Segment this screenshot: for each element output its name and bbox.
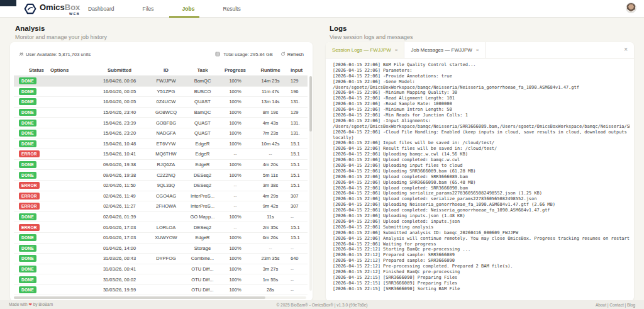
file-icon[interactable] [50,99,55,104]
column-header-id[interactable]: ID [147,67,185,73]
folder-icon[interactable] [73,99,78,104]
eye-icon[interactable] [65,152,70,157]
table-row[interactable]: DONE09/04/26, 19:38RJQ6ZAEdgeR100%4m 20s… [14,160,308,171]
table-row[interactable]: DONE15/04/26, 23:40GO8WCQBamQC100%8m 19s… [14,108,308,118]
file-report-icon[interactable] [58,172,63,177]
omicsbox-logo[interactable]: OmicsBox WEB [24,2,80,16]
file-report-icon[interactable] [58,89,63,94]
eye-icon[interactable] [65,235,70,240]
eye-icon[interactable] [65,120,70,125]
table-row[interactable]: ERROR02/04/26, 11:272FHOWAInterProS...--… [14,201,308,212]
file-icon[interactable] [50,235,55,240]
scrollbar-thumb[interactable] [309,76,312,132]
folder-icon[interactable] [73,89,78,94]
table-row[interactable]: DONE01/04/26, 14:00Storage100%---- [14,244,308,254]
table-row[interactable]: DONE15/04/26, 10:48ET6VYWEdgeR100%10m 42… [14,139,308,150]
table-row[interactable]: DONE09/04/26, 19:38C2Z2NQDESeq2100%5m 11… [14,170,308,181]
table-row[interactable]: DONE01/04/26, 17:03XUWYOWEdgeR100%6m 26s… [14,233,308,244]
nav-item-jobs[interactable]: Jobs [173,0,196,18]
table-row[interactable]: ERROR15/04/26, 10:41MQ6THWEdgeR----15.1 [14,149,308,160]
column-header-task[interactable]: Task [185,67,220,73]
table-horizontal-scrollbar[interactable] [14,296,306,299]
file-icon[interactable] [50,89,55,94]
eye-icon[interactable] [65,256,70,261]
table-row[interactable]: ERROR01/04/26, 17:03LORLOADESeq2--2m 35s… [14,222,308,233]
eye-icon[interactable] [65,172,70,177]
column-header-options[interactable]: Options [50,67,92,73]
eye-icon[interactable] [65,110,70,115]
table-row[interactable]: DONE31/03/26, 00:02OTU Diff...100%1m 55s… [14,274,308,285]
folder-icon[interactable] [73,183,78,188]
file-report-icon[interactable] [58,235,63,240]
file-report-icon[interactable] [58,183,63,188]
eye-icon[interactable] [65,131,70,136]
file-icon[interactable] [50,225,55,230]
scrollbar-thumb[interactable] [14,296,265,299]
file-icon[interactable] [50,110,55,115]
file-report-icon[interactable] [58,110,63,115]
file-icon[interactable] [50,183,55,188]
file-icon[interactable] [50,152,55,157]
eye-icon[interactable] [65,79,70,84]
table-row[interactable]: ERROR [14,295,308,296]
table-row[interactable]: DONE16/04/26, 00:05Y51ZPGBUSCO100%11m 47… [14,87,308,98]
file-icon[interactable] [50,204,55,209]
close-icon[interactable]: × [476,47,479,53]
file-report-icon[interactable] [58,204,63,209]
file-icon[interactable] [50,162,55,167]
eye-icon[interactable] [65,162,70,167]
file-icon[interactable] [50,141,55,146]
file-report-icon[interactable] [58,141,63,146]
tab-job-messages[interactable]: Job Messages — FWJJPW× [404,42,486,58]
folder-icon[interactable] [73,110,78,115]
folder-icon[interactable] [73,131,78,136]
table-row[interactable]: DONE15/04/26, 23:20NADGFAQUAST100%7m 23s… [14,128,308,139]
file-report-icon[interactable] [58,99,63,104]
table-row[interactable]: DONE31/03/26, 00:43DYPFOGCombine...100%2… [14,254,308,264]
eye-icon[interactable] [65,141,70,146]
file-icon[interactable] [50,172,55,177]
close-icon[interactable]: × [624,47,628,53]
table-row[interactable]: DONE02/04/26, 01:39GO Mapp...100%11s-- [14,212,308,223]
eye-icon[interactable] [65,183,70,188]
file-report-icon[interactable] [58,193,63,198]
refresh-button[interactable]: Refresh [280,52,304,57]
table-row[interactable]: DONE30/03/26, 19:59OTU Diff...100%28s-- [14,285,308,296]
tab-session-logs[interactable]: Session Logs — FWJJPW× [326,42,404,58]
folder-icon[interactable] [73,225,78,230]
eye-icon[interactable] [65,193,70,198]
column-header-status[interactable]: Status [14,67,50,73]
folder-icon[interactable] [73,141,78,146]
file-report-icon[interactable] [58,225,63,230]
folder-icon[interactable] [73,256,78,261]
table-row[interactable]: DONE16/04/26, 00:050Z4UCWQUAST100%13m 14… [14,97,308,108]
nav-item-results[interactable]: Results [213,0,242,18]
file-icon[interactable] [50,120,55,125]
table-row[interactable]: ERROR02/04/26, 11:509QL33QDESeq2--3m 38s… [14,181,308,191]
folder-icon[interactable] [73,193,78,198]
file-report-icon[interactable] [58,162,63,167]
file-report-icon[interactable] [58,152,63,157]
file-icon[interactable] [50,79,55,84]
table-vertical-scrollbar[interactable] [309,76,312,291]
column-header-submitted[interactable]: Submitted [92,67,147,73]
folder-icon[interactable] [73,162,78,167]
file-report-icon[interactable] [58,256,63,261]
file-report-icon[interactable] [58,120,63,125]
nav-item-files[interactable]: Files [133,0,155,18]
eye-icon[interactable] [65,225,70,230]
eye-icon[interactable] [65,89,70,94]
file-report-icon[interactable] [58,79,63,84]
folder-icon[interactable] [73,235,78,240]
file-icon[interactable] [50,256,55,261]
folder-icon[interactable] [73,152,78,157]
table-row[interactable]: ERROR02/04/26, 11:49CGO4AGInterProS...--… [14,191,308,202]
file-report-icon[interactable] [58,131,63,136]
eye-icon[interactable] [65,99,70,104]
column-header-runtime[interactable]: Runtime [250,67,291,73]
column-header-input[interactable]: Input [291,67,307,73]
eye-icon[interactable] [65,204,70,209]
close-icon[interactable]: × [395,47,398,53]
folder-icon[interactable] [73,172,78,177]
user-avatar[interactable] [626,3,636,13]
